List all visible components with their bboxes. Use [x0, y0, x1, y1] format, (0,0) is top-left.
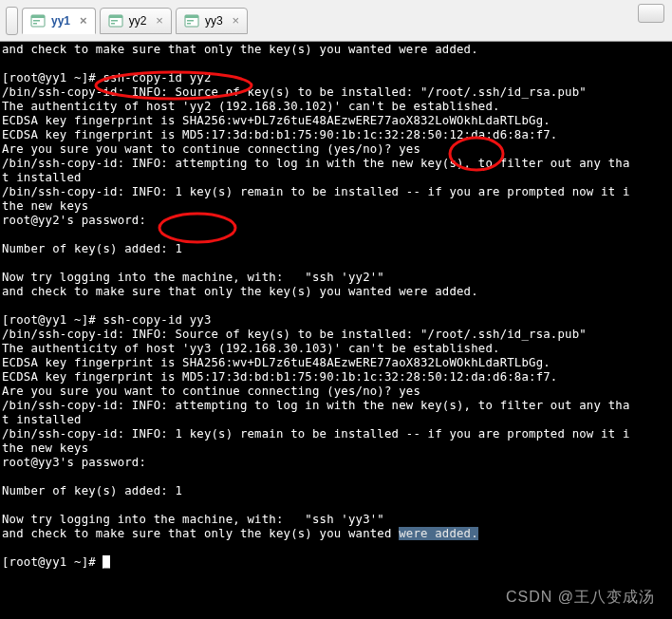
cursor: _	[103, 555, 110, 569]
selected-text: were added.	[399, 527, 478, 540]
svg-rect-6	[111, 20, 118, 22]
terminal-icon	[30, 13, 46, 28]
svg-rect-11	[187, 23, 191, 25]
svg-rect-10	[187, 20, 194, 22]
close-icon[interactable]: ×	[80, 13, 87, 28]
svg-rect-9	[185, 15, 198, 18]
svg-rect-2	[33, 20, 40, 22]
svg-rect-7	[111, 23, 115, 25]
terminal-output[interactable]: and check to make sure that only the key…	[0, 42, 672, 619]
svg-rect-5	[109, 15, 122, 18]
svg-rect-1	[31, 15, 45, 18]
tab-label: yy1	[51, 14, 70, 28]
terminal-icon	[108, 13, 123, 28]
svg-rect-3	[33, 23, 37, 25]
window-control-icon[interactable]	[638, 4, 664, 23]
tab-yy1[interactable]: yy1 ×	[22, 8, 96, 34]
close-icon[interactable]: ×	[156, 13, 163, 28]
tab-label: yy2	[129, 14, 147, 28]
terminal-icon	[184, 13, 199, 28]
tab-label: yy3	[205, 14, 223, 28]
tab-bar: yy1 × yy2 × yy3 ×	[0, 0, 672, 42]
tab-yy3[interactable]: yy3 ×	[176, 8, 248, 34]
tab-yy2[interactable]: yy2 ×	[100, 8, 172, 34]
tabbar-handle[interactable]	[6, 7, 18, 35]
close-icon[interactable]: ×	[233, 13, 240, 28]
